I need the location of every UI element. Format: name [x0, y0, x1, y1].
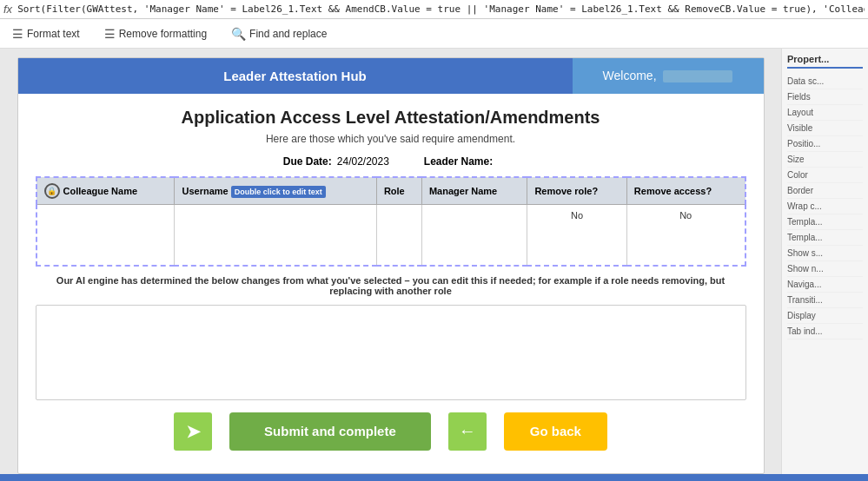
remove-formatting-button[interactable]: ☰ Remove formatting — [99, 23, 212, 44]
right-panel-item[interactable]: Size — [787, 152, 863, 168]
right-panel-item[interactable]: Positio... — [787, 136, 863, 152]
right-panel-item[interactable]: Wrap c... — [787, 199, 863, 214]
page-subtitle: Here are those which you've said require… — [36, 133, 746, 145]
go-back-button[interactable]: Go back — [504, 412, 607, 451]
footer-buttons: ➤ Submit and complete ← Go back — [36, 412, 746, 459]
app-card: Leader Attestation Hub Welcome, Applicat… — [17, 57, 765, 474]
right-panel-item[interactable]: Naviga... — [787, 277, 863, 293]
right-panel-item[interactable]: Data sc... — [787, 74, 863, 89]
leader-name-item: Leader Name: — [424, 155, 498, 168]
user-name — [663, 70, 732, 82]
header-title: Leader Attestation Hub — [18, 58, 573, 94]
find-replace-label: Find and replace — [249, 28, 327, 40]
col-username: Username Double click to edit text — [175, 177, 376, 205]
col-remove-role: Remove role? — [527, 177, 626, 205]
col-remove-access: Remove access? — [626, 177, 745, 205]
cell-remove-role: No — [527, 205, 626, 266]
col-role: Role — [376, 177, 421, 205]
find-replace-button[interactable]: 🔍 Find and replace — [226, 23, 332, 44]
right-panel-item[interactable]: Templa... — [787, 214, 863, 230]
submit-button[interactable]: Submit and complete — [229, 412, 431, 451]
due-date-item: Due Date: 24/02/2023 — [283, 155, 389, 168]
cell-username — [175, 205, 376, 266]
right-panel-item[interactable]: Fields — [787, 89, 863, 105]
table-row: No No — [36, 205, 745, 266]
right-panel-item[interactable]: Tab ind... — [787, 324, 863, 339]
bottom-bar — [0, 474, 868, 481]
back-arrow-button[interactable]: ← — [448, 412, 487, 451]
remove-access-no: No — [634, 210, 738, 221]
right-panel-item[interactable]: Templa... — [787, 230, 863, 246]
formula-text: Sort(Filter(GWAttest, 'Manager Name' = L… — [17, 3, 865, 15]
lock-icon: 🔒 — [44, 183, 60, 199]
remove-formatting-label: Remove formatting — [119, 28, 207, 40]
right-panel-item[interactable]: Border — [787, 183, 863, 199]
header-welcome: Welcome, — [573, 58, 764, 94]
right-panel-items: Data sc...FieldsLayoutVisiblePositio...S… — [787, 74, 863, 339]
right-panel-title: Propert... — [787, 54, 863, 69]
right-panel: Propert... Data sc...FieldsLayoutVisible… — [781, 49, 868, 481]
ai-description: Our AI engine has determined the below c… — [36, 275, 746, 296]
right-panel-item[interactable]: Layout — [787, 105, 863, 121]
cell-colleague-name — [36, 205, 175, 266]
toolbar: ☰ Format text ☰ Remove formatting 🔍 Find… — [0, 19, 868, 49]
cell-remove-access: No — [626, 205, 745, 266]
col-colleague-name-label: Colleague Name — [63, 186, 138, 196]
edit-badge: Double click to edit text — [231, 186, 326, 198]
right-panel-item[interactable]: Show s... — [787, 246, 863, 261]
cell-role — [376, 205, 421, 266]
text-area-box[interactable] — [36, 305, 746, 400]
meta-row: Due Date: 24/02/2023 Leader Name: — [36, 155, 746, 168]
data-table: 🔒 Colleague Name Username Double click t… — [36, 176, 746, 267]
due-date-value: 24/02/2023 — [337, 155, 389, 168]
right-panel-item[interactable]: Visible — [787, 121, 863, 136]
search-icon: 🔍 — [231, 27, 246, 41]
remove-formatting-icon: ☰ — [104, 27, 116, 41]
leader-name-label: Leader Name: — [424, 155, 493, 168]
formula-bar: fx Sort(Filter(GWAttest, 'Manager Name' … — [0, 0, 868, 19]
format-text-icon: ☰ — [12, 27, 23, 41]
canvas-area: Leader Attestation Hub Welcome, Applicat… — [0, 49, 781, 481]
col-manager-name: Manager Name — [421, 177, 527, 205]
right-panel-item[interactable]: Display — [787, 308, 863, 324]
col-colleague-name: 🔒 Colleague Name — [36, 177, 175, 205]
fx-label: fx — [3, 3, 12, 16]
table-header-row: 🔒 Colleague Name Username Double click t… — [36, 177, 745, 205]
right-panel-item[interactable]: Show n... — [787, 261, 863, 277]
main-area: Leader Attestation Hub Welcome, Applicat… — [0, 49, 868, 481]
page-title: Application Access Level Attestation/Ame… — [36, 108, 746, 128]
format-text-label: Format text — [27, 28, 80, 40]
app-content: Application Access Level Attestation/Ame… — [18, 94, 764, 473]
due-date-label: Due Date: — [283, 155, 332, 168]
cell-manager-name — [421, 205, 527, 266]
right-panel-item[interactable]: Transiti... — [787, 293, 863, 308]
format-text-button[interactable]: ☰ Format text — [7, 23, 85, 44]
app-header: Leader Attestation Hub Welcome, — [18, 58, 764, 94]
next-arrow-button[interactable]: ➤ — [174, 412, 212, 451]
remove-role-no: No — [534, 210, 619, 221]
right-panel-item[interactable]: Color — [787, 168, 863, 183]
welcome-label: Welcome, — [603, 69, 657, 82]
